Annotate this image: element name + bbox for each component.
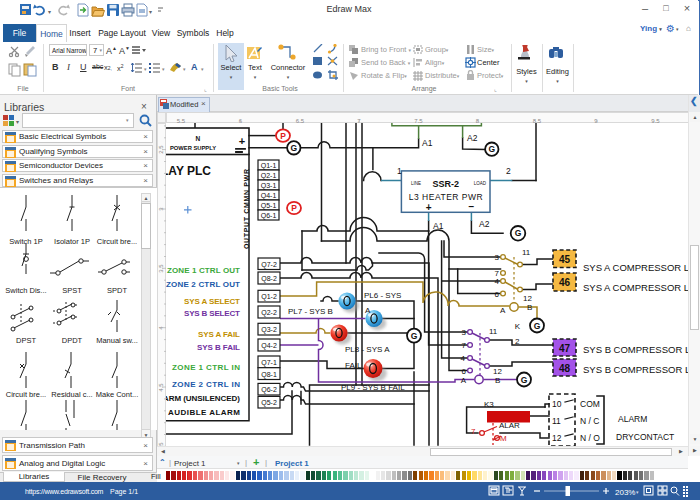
svg-text:ZONE 1 CTRL IN: ZONE 1 CTRL IN [172, 363, 240, 372]
svg-text:Q7-1: Q7-1 [261, 359, 277, 367]
svg-text:P: P [291, 203, 297, 213]
svg-text:N: N [195, 135, 200, 142]
svg-text:4: 4 [461, 354, 466, 363]
svg-text:SSR-2: SSR-2 [432, 179, 459, 189]
svg-text:ARM (UNSILENCED): ARM (UNSILENCED) [166, 394, 240, 403]
svg-text:M: M [500, 434, 507, 443]
svg-text:DRYCONTACT: DRYCONTACT [616, 432, 674, 442]
svg-text:ALAR: ALAR [499, 421, 520, 430]
svg-text:12: 12 [493, 367, 502, 376]
svg-text:Q2-2: Q2-2 [261, 309, 277, 317]
svg-text:A1: A1 [422, 138, 433, 148]
svg-text:ZONE 2 CTRL OUT: ZONE 2 CTRL OUT [166, 280, 240, 289]
svg-text:G: G [521, 375, 528, 385]
svg-text:PL8 - SYS A: PL8 - SYS A [345, 345, 390, 354]
svg-text:1: 1 [397, 166, 402, 176]
svg-text:OUTPUT CMMN PWR: OUTPUT CMMN PWR [243, 169, 250, 249]
svg-text:LINE: LINE [411, 181, 421, 186]
svg-text:G: G [411, 331, 418, 341]
svg-text:POWER SUPPLY: POWER SUPPLY [170, 145, 216, 151]
svg-text:SYS A SELECT: SYS A SELECT [184, 297, 240, 306]
svg-text:AUDIBLE ALARM: AUDIBLE ALARM [168, 408, 240, 417]
svg-text:Q6-1: Q6-1 [261, 212, 277, 220]
svg-text:G: G [290, 143, 297, 153]
svg-text:ZONE 1 CTRL OUT: ZONE 1 CTRL OUT [167, 266, 240, 275]
svg-text:11: 11 [552, 416, 561, 426]
svg-text:48: 48 [559, 363, 571, 374]
svg-text:Q1-1: Q1-1 [261, 162, 277, 170]
svg-text:Q2-1: Q2-1 [261, 172, 277, 180]
svg-text:A1: A1 [433, 221, 444, 231]
svg-text:203%: 203% [615, 488, 635, 497]
svg-text:G: G [515, 228, 522, 238]
svg-text:11: 11 [489, 327, 498, 336]
svg-text:Q7-2: Q7-2 [261, 261, 277, 269]
svg-text:Q5-2: Q5-2 [261, 399, 277, 407]
svg-text:SYS A COMPRESSOR L: SYS A COMPRESSOR L [583, 262, 688, 273]
svg-text:▾: ▾ [16, 119, 19, 125]
svg-text:A: A [461, 376, 467, 385]
svg-text:A2: A2 [467, 133, 478, 143]
svg-text:Q3-2: Q3-2 [261, 326, 277, 334]
svg-text:N / C: N / C [580, 416, 599, 426]
svg-text:Q6-2: Q6-2 [261, 386, 277, 394]
svg-text:Q8-2: Q8-2 [261, 275, 277, 283]
svg-text:G: G [534, 321, 541, 331]
svg-text:LAY PLC: LAY PLC [166, 164, 211, 178]
svg-text:Q8-1: Q8-1 [261, 371, 277, 379]
svg-text:4: 4 [495, 277, 500, 286]
svg-text:B: B [527, 303, 532, 312]
svg-text:A2: A2 [479, 219, 490, 229]
svg-text:46: 46 [559, 277, 571, 288]
svg-text:45: 45 [559, 254, 571, 265]
svg-text:SYS B COMPRESSOR L: SYS B COMPRESSOR L [583, 364, 688, 375]
svg-text:SYS B FAIL: SYS B FAIL [197, 343, 240, 352]
svg-text:Q1-2: Q1-2 [261, 293, 277, 301]
svg-text:47: 47 [559, 343, 571, 354]
svg-text:12: 12 [523, 294, 532, 303]
svg-text:K: K [515, 322, 521, 331]
svg-text:Q4-1: Q4-1 [261, 192, 277, 200]
svg-text:▾: ▾ [636, 489, 639, 495]
svg-text:2.5: 2.5 [158, 145, 164, 154]
svg-text:−: − [468, 201, 474, 212]
svg-text:7: 7 [462, 341, 467, 350]
svg-text:6: 6 [462, 367, 467, 376]
svg-text:2: 2 [506, 166, 511, 176]
svg-text:3: 3 [495, 253, 500, 262]
svg-text:ALARM: ALARM [618, 414, 647, 424]
svg-text:P: P [280, 131, 286, 141]
svg-text:K3: K3 [484, 400, 494, 409]
svg-text:SYS A FAIL: SYS A FAIL [198, 330, 240, 339]
svg-text:Q4-2: Q4-2 [261, 342, 277, 350]
svg-text:10: 10 [552, 399, 562, 409]
svg-text:2: 2 [515, 337, 520, 346]
svg-text:FAIL: FAIL [345, 361, 362, 370]
svg-text:COM: COM [580, 399, 600, 409]
svg-text:7: 7 [471, 427, 476, 436]
svg-text:6: 6 [495, 290, 500, 299]
svg-text:ZONE 2 CTRL IN: ZONE 2 CTRL IN [172, 380, 240, 389]
svg-text:Q3-1: Q3-1 [261, 182, 277, 190]
svg-text:SYS B SELECT: SYS B SELECT [184, 309, 240, 318]
svg-text:B: B [495, 376, 500, 385]
svg-text:PL9 - SYS B FAIL: PL9 - SYS B FAIL [341, 383, 405, 392]
svg-text:G: G [488, 144, 495, 154]
svg-text:A: A [365, 306, 371, 315]
svg-text:SYS A COMPRESSOR L: SYS A COMPRESSOR L [583, 282, 688, 293]
svg-text:+: + [239, 135, 245, 147]
svg-text:N / O: N / O [580, 433, 600, 443]
svg-text:12: 12 [552, 433, 562, 443]
svg-text:SYS B COMPRESSOR L: SYS B COMPRESSOR L [583, 344, 688, 355]
svg-text:3: 3 [462, 328, 467, 337]
svg-text:PL6 - SYS: PL6 - SYS [364, 291, 401, 300]
svg-text:Q5-1: Q5-1 [261, 202, 277, 210]
svg-text:LOAD: LOAD [474, 181, 487, 186]
svg-text:A: A [500, 306, 506, 315]
svg-text:+: + [426, 202, 432, 213]
svg-text:11: 11 [522, 248, 531, 257]
svg-text:PL7 - SYS B: PL7 - SYS B [288, 307, 333, 316]
